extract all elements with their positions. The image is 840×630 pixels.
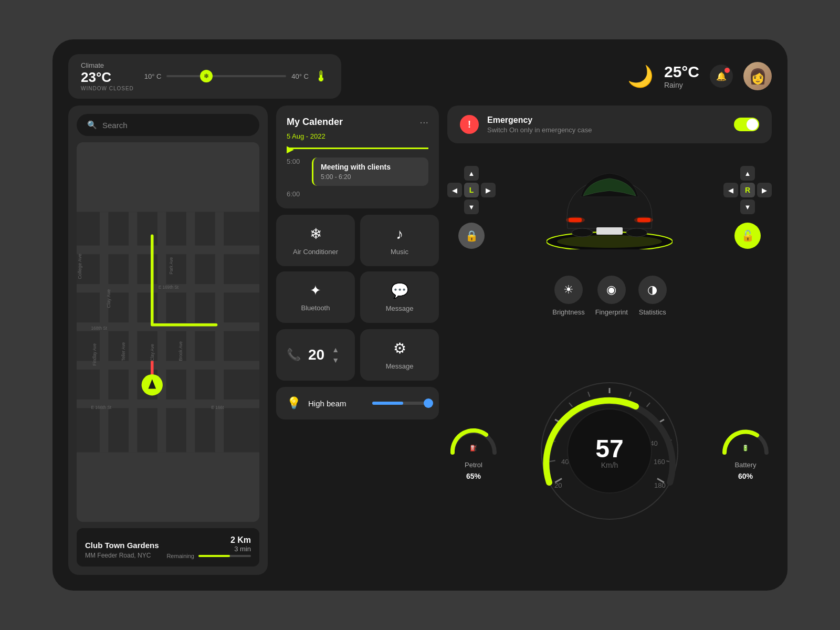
remaining-fill (198, 555, 230, 557)
slider-thumb[interactable] (200, 70, 213, 82)
svg-text:Teller Ave: Teller Ave (121, 342, 126, 361)
calendar-event[interactable]: Meeting with clients 5:00 - 6:20 (312, 158, 428, 186)
svg-text:Clay Ave: Clay Ave (150, 344, 155, 361)
calendar-row-5: 5:00 Meeting with clients 5:00 - 6:20 (287, 158, 428, 186)
dir-r-right[interactable]: ▶ (757, 183, 772, 197)
dir-empty-tl (447, 166, 462, 181)
speed-down-arrow[interactable]: ▼ (332, 356, 339, 364)
calendar-more[interactable]: ··· (419, 116, 428, 128)
brightness-label: Brightness (552, 308, 584, 316)
beam-slider[interactable] (372, 402, 429, 405)
battery-label: Battery (734, 461, 756, 469)
statistics-setting[interactable]: ◑ Statistics (638, 276, 667, 316)
speed-arrows: ▲ ▼ (332, 345, 339, 364)
music-icon: ♪ (396, 226, 403, 243)
time-500: 5:00 (287, 158, 306, 165)
bluetooth-button[interactable]: ✦ Bluetooth (276, 271, 355, 323)
dir-right[interactable]: ▶ (481, 183, 496, 197)
svg-text:⛽: ⛽ (470, 444, 477, 452)
emergency-subtitle: Switch On only in emergency case (487, 126, 726, 134)
brightness-icon: ☀ (554, 276, 583, 304)
dir-left[interactable]: ◀ (447, 183, 462, 197)
svg-point-43 (626, 228, 647, 237)
dir-r-left[interactable]: ◀ (723, 183, 738, 197)
notification-bell[interactable]: 🔔 (710, 65, 733, 88)
dir-r-up[interactable]: ▲ (740, 166, 755, 181)
left-lock-button[interactable]: 🔒 (458, 223, 485, 249)
dir-empty-rtr (757, 166, 772, 181)
weather-desc: Rainy (664, 81, 699, 89)
svg-text:College Ave: College Ave (77, 254, 82, 279)
toggle-knob (747, 119, 758, 130)
climate-label: Climate (81, 61, 134, 69)
speed-control[interactable]: 📞 20 ▲ ▼ (276, 329, 355, 381)
svg-rect-16 (77, 246, 259, 254)
statistics-icon: ◑ (638, 276, 667, 304)
ac-icon: ❄ (310, 225, 322, 243)
temp-min: 10° C (144, 72, 162, 80)
climate-window: WINDOW CLOSED (81, 86, 134, 91)
battery-percent: 60% (738, 472, 753, 480)
emergency-toggle[interactable] (734, 118, 759, 131)
svg-text:Findlay Ave: Findlay Ave (92, 343, 97, 366)
right-lock-button[interactable]: 🔓 (734, 223, 761, 249)
svg-text:Clay Ave: Clay Ave (106, 289, 111, 308)
emergency-title: Emergency (487, 116, 726, 125)
settings-button[interactable]: ⚙ Message (360, 329, 439, 381)
dir-down[interactable]: ▼ (464, 200, 479, 214)
center-panel: My Calender ··· 5 Aug - 2022 ▶ 5:00 Meet… (276, 106, 439, 575)
dir-center-r[interactable]: R (740, 183, 755, 197)
beam-thumb[interactable] (424, 398, 433, 408)
battery-gauge: 🔋 Battery 60% (719, 421, 772, 480)
petrol-gauge: ⛽ Petrol 65% (447, 421, 500, 480)
speed-up-arrow[interactable]: ▲ (332, 345, 339, 354)
svg-point-41 (634, 217, 653, 223)
music-button[interactable]: ♪ Music (360, 215, 439, 266)
highbeam-label: High beam (308, 399, 365, 408)
gauges-section: ⛽ Petrol 65% (447, 327, 772, 575)
svg-text:E 166t: E 166t (211, 405, 224, 410)
top-bar: Climate 23°C WINDOW CLOSED 10° C 40° C 🌡… (68, 55, 772, 97)
climate-card: Climate 23°C WINDOW CLOSED 10° C 40° C 🌡 (68, 54, 341, 99)
map-area[interactable]: College Ave Clay Ave Park Ave Findlay Av… (77, 142, 259, 522)
dir-empty-tr (481, 166, 496, 181)
speed-value: 20 (308, 346, 324, 363)
air-conditioner-button[interactable]: ❄ Air Conditioner (276, 215, 355, 266)
dir-center-l[interactable]: L (464, 183, 479, 197)
fingerprint-setting[interactable]: ◉ Fingerprint (595, 276, 628, 316)
avatar[interactable]: 👩 (743, 62, 772, 90)
main-content: 🔍 Search (68, 106, 772, 575)
destination-name: Club Town Gardens (85, 541, 159, 550)
fingerprint-icon: ◉ (597, 276, 626, 304)
search-icon: 🔍 (87, 120, 97, 130)
destination-info: Club Town Gardens MM Feeder Road, NYC 2 … (77, 528, 259, 566)
search-bar[interactable]: 🔍 Search (77, 114, 259, 136)
calendar-date: 5 Aug - 2022 (287, 132, 428, 140)
event-time: 5:00 - 6:20 (321, 173, 421, 181)
svg-point-36 (557, 235, 662, 248)
car-platform (536, 155, 683, 260)
thermometer-icon: 🌡 (314, 68, 329, 85)
dir-empty-bl (447, 200, 462, 214)
dir-empty-rtl (723, 166, 738, 181)
right-direction-pad: ▲ ◀ R ▶ ▼ (723, 166, 772, 214)
map-panel: 🔍 Search (68, 106, 268, 575)
calendar-header: My Calender ··· (287, 116, 428, 128)
dir-up[interactable]: ▲ (464, 166, 479, 181)
controls-grid: ❄ Air Conditioner ♪ Music ✦ Bluetooth 💬 … (276, 215, 439, 323)
dir-r-down[interactable]: ▼ (740, 200, 755, 214)
brightness-setting[interactable]: ☀ Brightness (552, 276, 584, 316)
svg-rect-19 (77, 361, 259, 369)
remaining-progress (198, 555, 251, 557)
bottom-controls: 📞 20 ▲ ▼ ⚙ Message (276, 329, 439, 381)
car-svg (547, 165, 673, 249)
message-button-1[interactable]: 💬 Message (360, 271, 439, 323)
remaining-label: Remaining (166, 553, 194, 559)
music-label: Music (391, 248, 408, 256)
dir-empty-br (481, 200, 496, 214)
speedo-svg: 20 40 60 80 100 120 140 160 180 57 Km/h (536, 377, 683, 524)
climate-slider[interactable]: 10° C 40° C 🌡 (144, 68, 329, 85)
beam-track[interactable] (372, 402, 429, 405)
slider-track[interactable] (166, 75, 286, 77)
svg-text:20: 20 (554, 481, 562, 489)
